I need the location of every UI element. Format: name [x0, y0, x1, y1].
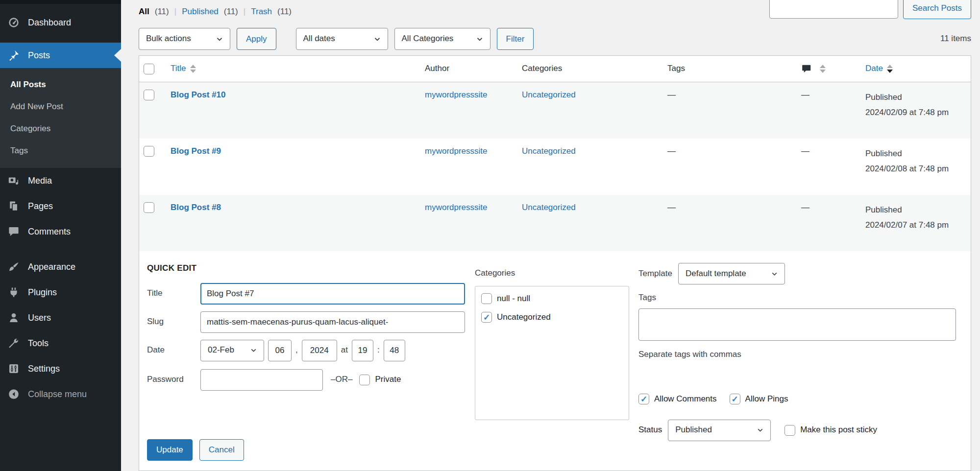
tags-cell: — [660, 195, 793, 251]
tags-cell: — [660, 82, 793, 139]
media-icon [7, 174, 20, 187]
sidebar-item-posts[interactable]: Posts [0, 43, 121, 68]
private-label: Private [375, 374, 401, 385]
colon-separator: : [377, 345, 380, 356]
view-trash-link[interactable]: Trash [251, 6, 272, 18]
sort-by-comments[interactable] [801, 64, 826, 74]
all-dates-select[interactable]: All dates [296, 28, 388, 50]
category-checkbox[interactable] [481, 293, 492, 304]
categories-label: Categories [475, 268, 629, 279]
tags-textarea[interactable] [638, 308, 956, 341]
author-cell: mywordpresssite [417, 195, 514, 251]
author-link[interactable]: mywordpresssite [425, 146, 488, 156]
status-select[interactable]: Published [668, 420, 771, 441]
header-tags-cell: Tags [660, 63, 793, 74]
chevron-down-icon [249, 346, 258, 354]
sidebar-item-categories[interactable]: Categories [0, 118, 121, 140]
or-label: –OR– [331, 374, 352, 385]
title-cell: Blog Post #9 [163, 139, 417, 195]
year-input[interactable] [302, 340, 337, 361]
active-menu-arrow [114, 49, 121, 62]
posts-submenu: All Posts Add New Post Categories Tags [0, 68, 121, 168]
date-value: Published2024/02/07 at 7:48 pm [865, 202, 963, 230]
category-option[interactable]: null - null [481, 293, 623, 305]
month-select[interactable]: 02-Feb [200, 340, 264, 361]
sidebar-item-appearance[interactable]: Appearance [0, 254, 121, 280]
row-checkbox[interactable] [144, 146, 154, 157]
sidebar-item-pages[interactable]: Pages [0, 193, 121, 219]
all-categories-select[interactable]: All Categories [394, 28, 490, 50]
select-all-checkbox[interactable] [144, 64, 154, 74]
post-title-link[interactable]: Blog Post #10 [171, 90, 225, 99]
sticky-label: Make this post sticky [800, 424, 877, 436]
sidebar-item-users[interactable]: Users [0, 305, 121, 330]
post-title-link[interactable]: Blog Post #8 [171, 203, 221, 212]
tags-hint: Separate tags with commas [638, 349, 956, 360]
sidebar-item-media[interactable]: Media [0, 168, 121, 193]
allow-comments-checkbox[interactable] [638, 394, 649, 404]
title-cell: Blog Post #8 [163, 195, 417, 251]
filter-bar: Bulk actions Apply All dates All Categor… [139, 28, 971, 50]
sidebar-item-comments[interactable]: Comments [0, 219, 121, 244]
row-checkbox-cell [139, 195, 163, 251]
comments-cell: — [793, 195, 858, 251]
cancel-button[interactable]: Cancel [199, 439, 244, 461]
sidebar-item-label: Media [28, 175, 52, 187]
view-all-link[interactable]: All [139, 6, 149, 18]
category-option[interactable]: Uncategorized [481, 312, 623, 323]
sort-by-title[interactable]: Title [171, 63, 196, 74]
sidebar-item-dashboard[interactable]: Dashboard [0, 10, 121, 35]
categories-checklist[interactable]: null - null Uncategorized [475, 286, 629, 420]
category-link[interactable]: Uncategorized [522, 90, 576, 99]
search-box: Search Posts [769, 0, 971, 19]
menu-divider [0, 244, 121, 254]
sidebar-item-label: Settings [28, 363, 60, 375]
sidebar-item-tags[interactable]: Tags [0, 140, 121, 162]
sort-by-date[interactable]: Date [865, 63, 893, 74]
private-checkbox[interactable] [359, 375, 370, 385]
sidebar-item-label: Users [28, 312, 51, 324]
author-link[interactable]: mywordpresssite [425, 203, 488, 212]
day-input[interactable] [268, 340, 292, 361]
filter-button[interactable]: Filter [497, 28, 534, 50]
minute-input[interactable] [384, 340, 405, 361]
search-posts-button[interactable]: Search Posts [903, 0, 971, 19]
post-title-link[interactable]: Blog Post #9 [171, 146, 221, 156]
sticky-checkbox[interactable] [784, 425, 795, 436]
sidebar-item-tools[interactable]: Tools [0, 330, 121, 356]
password-input[interactable] [200, 369, 323, 391]
slug-field-label: Slug [147, 316, 200, 328]
row-checkbox[interactable] [144, 202, 154, 213]
title-cell: Blog Post #10 [163, 82, 417, 139]
sidebar-item-collapse-menu[interactable]: Collapse menu [0, 381, 121, 407]
allow-pings-checkbox[interactable] [730, 394, 740, 404]
sidebar-item-settings[interactable]: Settings [0, 356, 121, 381]
apply-button[interactable]: Apply [237, 28, 276, 50]
tags-value: — [667, 146, 676, 156]
chevron-down-icon [373, 35, 382, 44]
category-link[interactable]: Uncategorized [522, 203, 576, 212]
sidebar-item-plugins[interactable]: Plugins [0, 280, 121, 305]
quick-edit-slug-input[interactable] [200, 311, 465, 333]
category-checkbox[interactable] [481, 312, 492, 323]
sidebar-item-add-new-post[interactable]: Add New Post [0, 96, 121, 118]
update-button[interactable]: Update [147, 439, 193, 461]
row-checkbox[interactable] [144, 90, 154, 100]
hour-input[interactable] [352, 340, 373, 361]
collapse-icon [7, 388, 20, 400]
view-published-link[interactable]: Published [182, 6, 219, 18]
table-row: Blog Post #8 mywordpresssite Uncategoriz… [139, 195, 971, 251]
category-option-label: null - null [497, 293, 530, 305]
quick-edit-title-input[interactable] [200, 283, 465, 305]
table-header-row: Title Author Categories Tags Date [139, 56, 971, 82]
sidebar-item-label: Tools [28, 337, 49, 349]
header-title-cell: Title [163, 63, 417, 74]
header-author-cell: Author [417, 63, 514, 74]
template-select[interactable]: Default template [678, 263, 785, 284]
category-link[interactable]: Uncategorized [522, 146, 576, 156]
author-cell: mywordpresssite [417, 139, 514, 195]
search-posts-input[interactable] [769, 0, 898, 19]
author-link[interactable]: mywordpresssite [425, 90, 488, 99]
sidebar-item-all-posts[interactable]: All Posts [0, 74, 121, 96]
bulk-actions-select[interactable]: Bulk actions [139, 28, 230, 50]
